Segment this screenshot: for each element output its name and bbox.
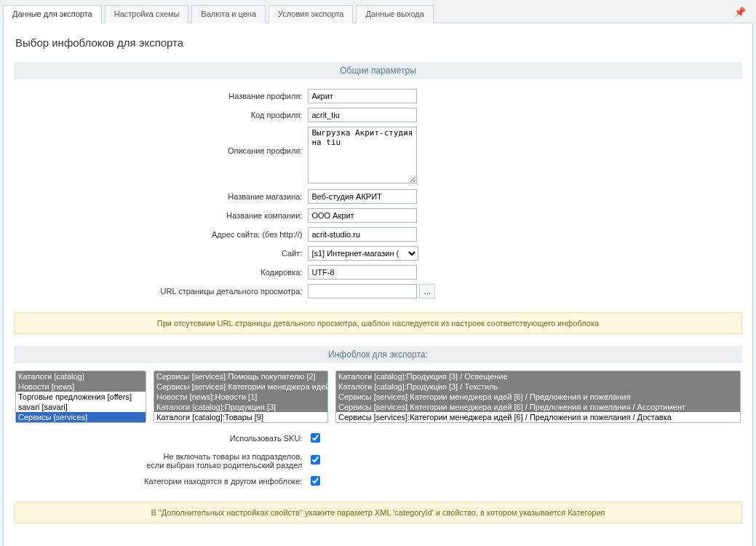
use-sku-checkbox[interactable]: [311, 433, 320, 443]
page-title: Выбор инфоблоков для экспорта: [15, 36, 741, 49]
iblock-options: Использовать SKU: Не включать товары из …: [14, 429, 742, 490]
url-detail-label: URL страницы детального просмотра:: [161, 287, 303, 296]
list-item[interactable]: Сервисы [services]: [16, 412, 146, 422]
list-item[interactable]: Каталоги [catalog]:Продукция [3] / Освещ…: [336, 371, 740, 381]
list-item[interactable]: Каталоги [catalog]:Товары [9]: [154, 412, 327, 422]
iblock-lists: Каталоги [catalog]Новости [news]Торговые…: [14, 371, 742, 429]
profile-name-label: Название профиля:: [228, 92, 302, 100]
profile-code-input[interactable]: [308, 108, 417, 122]
encoding-label: Кодировка:: [260, 268, 302, 277]
list-item[interactable]: savari [savari]: [16, 402, 146, 412]
list-item[interactable]: Каталоги [catalog]: [16, 371, 146, 381]
site-label: Сайт:: [282, 249, 302, 258]
tab-currency[interactable]: Валюта и цена: [191, 5, 266, 23]
list-item[interactable]: Каталоги [catalog]:Продукция [3] / Текст…: [336, 381, 740, 392]
list-item[interactable]: Новости [news]:Новости [1]: [154, 392, 327, 402]
tabs-bar: Данные для экспорта Настройка схемы Валю…: [3, 3, 753, 23]
use-sku-label: Использовать SKU:: [230, 434, 303, 443]
encoding-input[interactable]: [308, 265, 417, 280]
section-iblock: Инфоблок для экспорта:: [14, 346, 742, 363]
list-item[interactable]: Сервисы [services]:Категории менеджера и…: [336, 412, 740, 422]
site-addr-input[interactable]: [308, 227, 417, 242]
section-list[interactable]: Каталоги [catalog]:Продукция [3] / Освещ…: [335, 371, 741, 423]
company-name-label: Название компании:: [226, 211, 302, 220]
list-item[interactable]: Каталоги [catalog]:Продукция [3]: [154, 402, 327, 412]
cat-other-label: Категории находятся в другом инфоблоке:: [144, 477, 302, 486]
site-addr-label: Адрес сайта: (без http://): [212, 230, 302, 239]
list-item[interactable]: Сервисы [services]:Помощь покупателю [2]: [154, 371, 327, 381]
store-name-label: Название магазина:: [228, 192, 302, 201]
profile-code-label: Код профиля:: [251, 111, 303, 119]
company-name-input[interactable]: [308, 208, 417, 223]
no-sub-label: Не включать товары из подразделов, если …: [146, 452, 302, 470]
profile-name-input[interactable]: [308, 89, 417, 103]
list-item[interactable]: Сервисы [services]:Категории менеджера и…: [336, 392, 740, 402]
browse-button[interactable]: ...: [419, 284, 435, 298]
cat-other-checkbox[interactable]: [311, 476, 320, 486]
iblock-list[interactable]: Сервисы [services]:Помощь покупателю [2]…: [154, 371, 328, 423]
list-item[interactable]: Сервисы [services]:Категории менеджера и…: [154, 381, 327, 392]
url-note: При отсутсвиии URL страницы детального п…: [14, 312, 742, 334]
tab-conditions[interactable]: Условия экспорта: [268, 5, 353, 23]
category-note: В "Дополнительных настройках свойств" ук…: [14, 502, 742, 523]
list-item[interactable]: Торговые предложения [offers]: [16, 392, 146, 402]
no-sub-checkbox[interactable]: [311, 455, 320, 464]
profile-desc-label: Описание профиля:: [228, 146, 303, 155]
tab-output[interactable]: Данные выхода: [356, 5, 433, 23]
list-item[interactable]: Новости [news]: [16, 381, 146, 392]
iblock-type-list[interactable]: Каталоги [catalog]Новости [news]Торговые…: [15, 371, 146, 423]
url-detail-input[interactable]: [308, 284, 417, 298]
general-form: Название профиля: Код профиля: Описание …: [14, 87, 742, 301]
main-panel: Выбор инфоблоков для экспорта Общие пара…: [3, 23, 753, 546]
store-name-input[interactable]: [308, 189, 417, 204]
section-general: Общие параметры: [14, 62, 742, 79]
tab-scheme[interactable]: Настройка схемы: [105, 5, 189, 23]
tab-export-data[interactable]: Данные для экспорта: [3, 5, 102, 23]
list-item[interactable]: Сервисы [services]:Категории менеджера и…: [336, 402, 740, 412]
profile-desc-input[interactable]: Выгрузка Акрит-студия на tiu: [308, 127, 417, 183]
site-select[interactable]: [s1] Интернет-магазин (: [308, 246, 418, 261]
pin-icon[interactable]: 📌: [734, 7, 746, 17]
